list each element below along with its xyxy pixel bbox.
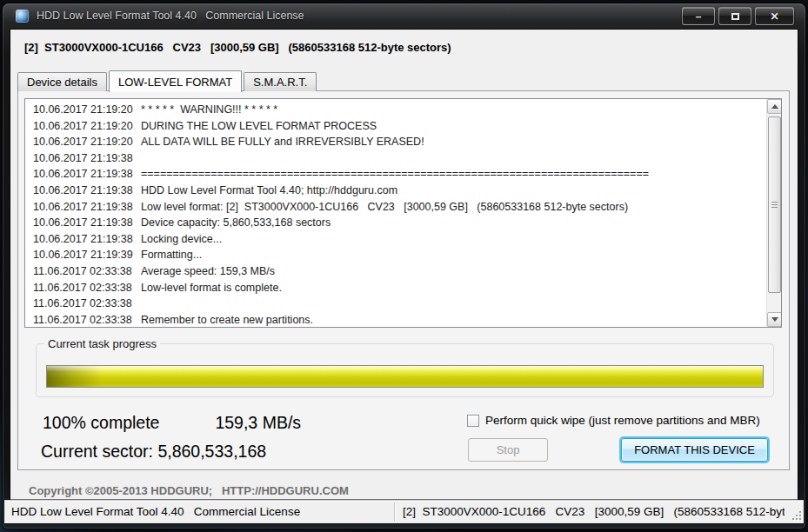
copyright-text: Copyright ©2005-2013 HDDGURU; HTTP://HDD… [29, 484, 349, 497]
log-lines: 10.06.2017 21:19:20* * * * * WARNING!!! … [25, 102, 765, 327]
window-title: HDD Low Level Format Tool 4.40 Commercia… [37, 10, 304, 22]
log-line: 10.06.2017 21:19:38HDD Low Level Format … [33, 183, 765, 199]
scroll-up-icon [771, 104, 778, 109]
format-this-device-button[interactable]: FORMAT THIS DEVICE [621, 438, 768, 462]
speed-label: 159,3 MB/s [215, 413, 301, 433]
log-line: 10.06.2017 21:19:38Low level format: [2]… [33, 199, 765, 216]
format-log[interactable]: 10.06.2017 21:19:20* * * * * WARNING!!! … [24, 98, 782, 328]
minimize-icon: – [696, 11, 702, 22]
app-window: HDD Low Level Format Tool 4.40 Commercia… [3, 3, 805, 529]
tab-low-level-format[interactable]: LOW-LEVEL FORMAT [109, 70, 242, 92]
title-bar[interactable]: HDD Low Level Format Tool 4.40 Commercia… [3, 3, 805, 28]
scroll-down-icon [771, 317, 778, 322]
progress-bar-highlight [47, 366, 763, 371]
progress-bar [46, 365, 764, 388]
close-button[interactable]: ✕ [755, 7, 794, 25]
low-level-format-page: 10.06.2017 21:19:20* * * * * WARNING!!! … [17, 90, 790, 470]
close-icon: ✕ [770, 11, 778, 22]
progress-stats: 100% complete 159,3 MB/s [43, 413, 301, 433]
stop-button[interactable]: Stop [468, 438, 548, 462]
resize-grip[interactable] [791, 509, 802, 521]
selected-device-info: [2] ST3000VX000-1CU166 CV23 [3000,59 GB]… [24, 41, 451, 54]
statusbar-app-title: HDD Low Level Format Tool 4.40 Commercia… [11, 505, 300, 518]
statusbar-device-info: [2] ST3000VX000-1CU166 CV23 [3000,59 GB]… [403, 505, 785, 518]
current-sector-label: Current sector: 5,860,533,168 [41, 442, 266, 462]
percent-complete-label: 100% complete [43, 413, 159, 433]
progress-group-label: Current task progress [44, 337, 160, 350]
scroll-up-button[interactable] [767, 99, 782, 114]
quick-wipe-option[interactable]: Perform quick wipe (just remove partitio… [467, 414, 760, 427]
log-line: 10.06.2017 21:19:20ALL DATA WILL BE FULL… [33, 134, 765, 150]
log-line: 11.06.2017 02:33:38Average speed: 159,3 … [33, 263, 765, 280]
minimize-button[interactable]: – [682, 7, 715, 25]
log-line: 10.06.2017 21:19:38=====================… [33, 166, 765, 183]
status-bar: HDD Low Level Format Tool 4.40 Commercia… [4, 500, 804, 523]
quick-wipe-checkbox[interactable] [467, 415, 479, 427]
progress-bar-fill [47, 366, 763, 387]
scrollbar-thumb[interactable] [768, 116, 781, 293]
scroll-down-button[interactable] [767, 312, 782, 327]
log-line: 10.06.2017 21:19:20* * * * * WARNING!!! … [33, 102, 765, 118]
maximize-icon [731, 13, 739, 20]
tab-device-details[interactable]: Device details [17, 72, 107, 91]
log-line: 10.06.2017 21:19:20DURING THE LOW LEVEL … [33, 118, 765, 135]
client-area: [2] ST3000VX000-1CU166 CV23 [3000,59 GB]… [10, 30, 798, 500]
scrollbar-grip-icon [771, 202, 778, 209]
statusbar-separator [394, 502, 395, 522]
log-scrollbar[interactable] [766, 99, 781, 327]
log-line: 10.06.2017 21:19:38Locking device... [33, 231, 765, 248]
log-line: 11.06.2017 02:33:38Low-level format is c… [33, 280, 765, 296]
current-task-progress-group: Current task progress [36, 343, 774, 397]
tab-smart[interactable]: S.M.A.R.T. [244, 72, 317, 91]
window-controls: – ✕ [682, 7, 794, 25]
log-line: 10.06.2017 21:19:38 [33, 150, 765, 167]
log-line: 10.06.2017 21:19:39Formatting... [33, 247, 765, 263]
app-icon [16, 10, 29, 23]
maximize-button[interactable] [718, 7, 751, 25]
log-line: 10.06.2017 21:19:38Device capacity: 5,86… [33, 215, 765, 231]
tab-strip: Device details LOW-LEVEL FORMAT S.M.A.R.… [17, 70, 318, 91]
log-line: 11.06.2017 02:33:38 [33, 296, 765, 312]
log-line: 11.06.2017 02:33:38Remember to create ne… [33, 312, 765, 327]
quick-wipe-label: Perform quick wipe (just remove partitio… [485, 414, 760, 427]
